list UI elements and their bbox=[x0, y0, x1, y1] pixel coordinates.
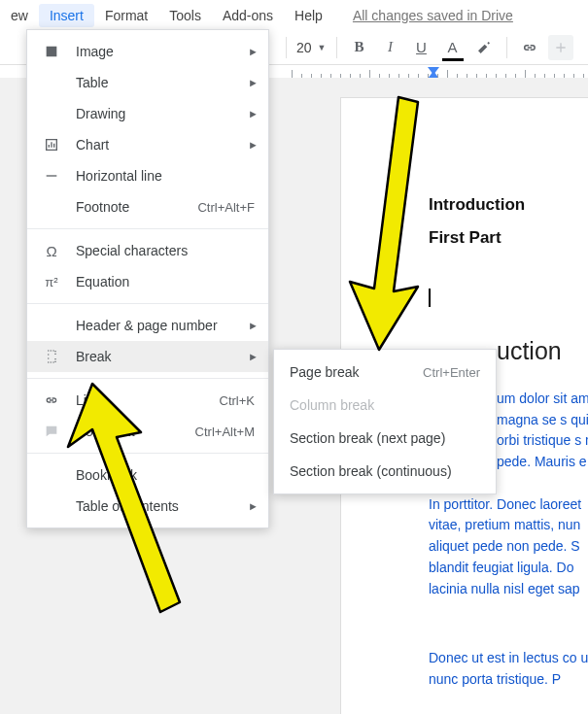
menu-item-footnote[interactable]: Footnote Ctrl+Alt+F bbox=[27, 191, 268, 222]
menu-item-special-characters[interactable]: Ω Special characters bbox=[27, 235, 268, 266]
highlighter-icon bbox=[476, 40, 492, 55]
menu-item-chart[interactable]: Chart ► bbox=[27, 129, 268, 160]
submenu-arrow-icon: ► bbox=[248, 320, 259, 331]
body-paragraph[interactable]: um dolor sit am, uere, magna se s quis u… bbox=[497, 389, 588, 473]
heading-first-part[interactable]: First Part bbox=[429, 228, 588, 248]
menu-item-image[interactable]: Image ► bbox=[27, 36, 268, 67]
submenu-arrow-icon: ► bbox=[248, 500, 259, 512]
menu-format[interactable]: Format bbox=[94, 4, 158, 27]
submenu-arrow-icon: ► bbox=[248, 351, 259, 362]
horizontal-line-icon bbox=[41, 168, 62, 184]
menu-item-comment[interactable]: Comment Ctrl+Alt+M bbox=[27, 416, 268, 447]
shortcut-label: Ctrl+Alt+F bbox=[197, 200, 255, 215]
body-paragraph[interactable]: Donec ut est in lectus co ut nunc porta … bbox=[429, 648, 588, 690]
menu-item-table[interactable]: Table ► bbox=[27, 67, 268, 98]
menu-item-bookmark[interactable]: Bookmark bbox=[27, 459, 268, 491]
image-icon bbox=[41, 44, 62, 59]
italic-button[interactable]: I bbox=[378, 35, 403, 60]
dropdown-triangle-icon: ▼ bbox=[318, 43, 327, 52]
submenu-item-page-break[interactable]: Page break Ctrl+Enter bbox=[274, 356, 496, 389]
menu-insert[interactable]: Insert bbox=[39, 4, 94, 27]
font-size-selector[interactable]: 20 ▼ bbox=[296, 40, 327, 55]
insert-comment-button[interactable] bbox=[548, 35, 573, 60]
menu-tools[interactable]: Tools bbox=[158, 4, 212, 27]
menu-item-table-of-contents[interactable]: Table of contents ► bbox=[27, 491, 268, 522]
bold-button[interactable]: B bbox=[347, 35, 372, 60]
heading-introduction-large[interactable]: uction bbox=[497, 337, 588, 365]
text-cursor bbox=[429, 289, 431, 307]
shortcut-label: Ctrl+K bbox=[220, 393, 255, 408]
submenu-arrow-icon: ► bbox=[248, 77, 259, 88]
chart-icon bbox=[41, 137, 62, 153]
menu-separator bbox=[27, 228, 268, 229]
font-size-value: 20 bbox=[296, 40, 312, 55]
link-icon bbox=[521, 39, 538, 56]
shortcut-label: Ctrl+Enter bbox=[423, 365, 480, 380]
menu-item-link[interactable]: Link Ctrl+K bbox=[27, 385, 268, 416]
insert-link-button[interactable] bbox=[517, 35, 542, 60]
omega-icon: Ω bbox=[41, 243, 62, 259]
menu-help[interactable]: Help bbox=[284, 4, 333, 27]
menu-item-drawing[interactable]: Drawing ► bbox=[27, 98, 268, 129]
body-paragraph[interactable]: In porttitor. Donec laoreet vitae, preti… bbox=[429, 494, 588, 599]
toolbar-separator bbox=[506, 37, 507, 58]
submenu-item-section-break-next-page[interactable]: Section break (next page) bbox=[274, 422, 496, 455]
plus-icon bbox=[553, 40, 569, 55]
toolbar-separator bbox=[336, 37, 337, 58]
menu-view-partial[interactable]: ew bbox=[0, 4, 39, 27]
underline-button[interactable]: U bbox=[409, 35, 434, 60]
pi-icon: π² bbox=[41, 275, 62, 289]
highlight-button[interactable] bbox=[471, 35, 497, 60]
insert-menu-dropdown: Image ► Table ► Drawing ► Chart ► Horizo… bbox=[26, 29, 269, 528]
menu-separator bbox=[27, 453, 268, 454]
submenu-arrow-icon: ► bbox=[248, 139, 259, 151]
break-submenu: Page break Ctrl+Enter Column break Secti… bbox=[273, 349, 497, 494]
menu-separator bbox=[27, 378, 268, 379]
submenu-item-section-break-continuous[interactable]: Section break (continuous) bbox=[274, 455, 496, 488]
submenu-item-column-break: Column break bbox=[274, 389, 496, 422]
toolbar-separator bbox=[286, 37, 287, 58]
shortcut-label: Ctrl+Alt+M bbox=[195, 425, 255, 439]
menu-bar: ew Insert Format Tools Add-ons Help All … bbox=[0, 0, 588, 30]
heading-introduction[interactable]: Introduction bbox=[429, 195, 588, 215]
submenu-arrow-icon: ► bbox=[248, 108, 259, 119]
menu-item-equation[interactable]: π² Equation bbox=[27, 266, 268, 297]
menu-item-break[interactable]: Break ► bbox=[27, 341, 268, 372]
menu-item-horizontal-line[interactable]: Horizontal line bbox=[27, 160, 268, 191]
submenu-arrow-icon: ► bbox=[248, 46, 259, 57]
cursor-line[interactable] bbox=[429, 287, 588, 308]
break-icon bbox=[41, 349, 62, 364]
save-status[interactable]: All changes saved in Drive bbox=[353, 8, 513, 23]
menu-separator bbox=[27, 303, 268, 304]
menu-item-header-page-number[interactable]: Header & page number ► bbox=[27, 310, 268, 341]
menu-addons[interactable]: Add-ons bbox=[212, 4, 284, 27]
link-icon bbox=[41, 392, 62, 408]
comment-icon bbox=[41, 424, 62, 439]
text-color-button[interactable]: A bbox=[440, 35, 466, 60]
